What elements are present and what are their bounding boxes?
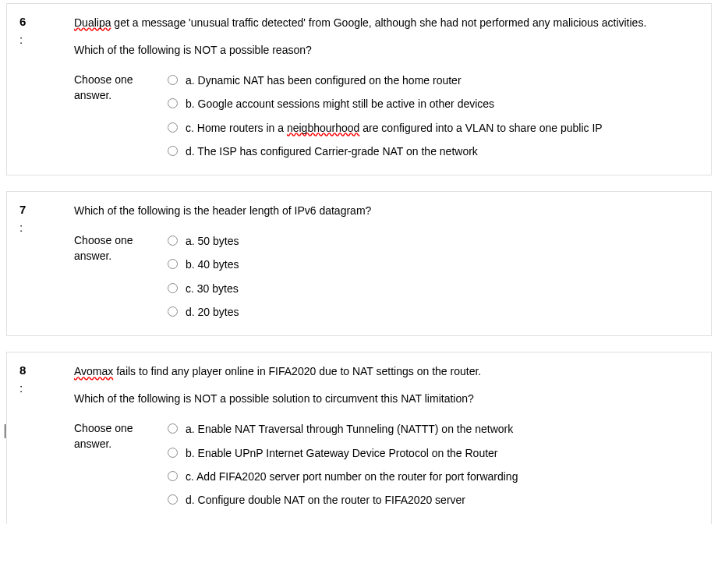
option-label: d. The ISP has configured Carrier-grade … — [186, 143, 695, 159]
option-row[interactable]: d. 20 bytes — [168, 304, 695, 320]
radio-icon[interactable] — [168, 75, 178, 85]
option-label: c. 30 bytes — [186, 281, 695, 296]
radio-icon[interactable] — [168, 146, 178, 156]
question-prompt: Which of the following is the header len… — [74, 203, 695, 219]
radio-icon[interactable] — [168, 98, 178, 108]
question-card: 7 : Which of the following is the header… — [6, 191, 712, 336]
qnum-colon: : — [19, 33, 74, 46]
qnum-value: 6 — [19, 15, 26, 28]
option-row[interactable]: d. The ISP has configured Carrier-grade … — [168, 143, 695, 159]
qnum-value: 7 — [19, 203, 26, 216]
question-number: 8 : — [19, 363, 74, 508]
answer-block: Choose one answer. a. Enable NAT Travers… — [74, 421, 695, 508]
choose-label: Choose one answer. — [74, 421, 168, 508]
options-list: a. Enable NAT Traversal through Tunnelin… — [168, 421, 695, 508]
options-list: a. 50 bytes b. 40 bytes c. 30 bytes d. 2… — [168, 233, 695, 320]
option-label: c. Home routers in a neigbhourhood are c… — [186, 120, 695, 136]
option-row[interactable]: b. 40 bytes — [168, 257, 695, 272]
option-label: b. 40 bytes — [186, 257, 695, 272]
choose-label: Choose one answer. — [74, 73, 168, 159]
option-label: b. Enable UPnP Internet Gateway Device P… — [186, 445, 695, 461]
choose-label: Choose one answer. — [74, 233, 168, 320]
option-label: c. Add FIFA2020 server port number on th… — [186, 469, 695, 484]
option-row[interactable]: d. Configure double NAT on the router to… — [168, 492, 695, 508]
option-label: b. Google account sessions might still b… — [186, 96, 695, 112]
question-body: Dualipa get a message 'unusual traffic d… — [74, 15, 695, 159]
question-body: Which of the following is the header len… — [74, 203, 695, 320]
option-row[interactable]: c. Add FIFA2020 server port number on th… — [168, 469, 695, 484]
text-cursor — [5, 424, 5, 438]
radio-icon[interactable] — [168, 236, 178, 246]
option-row[interactable]: c. 30 bytes — [168, 281, 695, 296]
answer-block: Choose one answer. a. Dynamic NAT has be… — [74, 73, 695, 159]
radio-icon[interactable] — [168, 423, 178, 434]
question-prompt: Dualipa get a message 'unusual traffic d… — [74, 15, 695, 31]
question-card: 8 : Avomax fails to find any player onli… — [6, 352, 712, 523]
option-label: a. Enable NAT Traversal through Tunnelin… — [186, 421, 695, 437]
radio-icon[interactable] — [168, 122, 178, 133]
question-number: 6 : — [19, 15, 74, 159]
option-row[interactable]: a. Dynamic NAT has been configured on th… — [168, 73, 695, 88]
question-follow: Which of the following is NOT a possible… — [74, 42, 695, 58]
question-card: 6 : Dualipa get a message 'unusual traff… — [6, 3, 712, 175]
radio-icon[interactable] — [168, 283, 178, 293]
answer-block: Choose one answer. a. 50 bytes b. 40 byt… — [74, 233, 695, 320]
option-label: d. Configure double NAT on the router to… — [186, 492, 695, 508]
radio-icon[interactable] — [168, 494, 178, 505]
question-prompt: Avomax fails to find any player online i… — [74, 363, 695, 380]
option-row[interactable]: b. Enable UPnP Internet Gateway Device P… — [168, 445, 695, 461]
qnum-value: 8 — [19, 363, 26, 377]
option-row[interactable]: a. Enable NAT Traversal through Tunnelin… — [168, 421, 695, 437]
options-list: a. Dynamic NAT has been configured on th… — [168, 73, 695, 159]
radio-icon[interactable] — [168, 448, 178, 458]
radio-icon[interactable] — [168, 259, 178, 269]
option-row[interactable]: b. Google account sessions might still b… — [168, 96, 695, 112]
option-label: a. Dynamic NAT has been configured on th… — [186, 73, 695, 88]
option-row[interactable]: a. 50 bytes — [168, 233, 695, 249]
qnum-colon: : — [19, 221, 74, 234]
question-number: 7 : — [19, 203, 74, 320]
option-label: d. 20 bytes — [186, 304, 695, 320]
qnum-colon: : — [19, 381, 74, 395]
radio-icon[interactable] — [168, 471, 178, 481]
option-label: a. 50 bytes — [186, 233, 695, 249]
radio-icon[interactable] — [168, 306, 178, 317]
question-follow: Which of the following is NOT a possible… — [74, 391, 695, 407]
question-body: Avomax fails to find any player online i… — [74, 363, 695, 508]
option-row[interactable]: c. Home routers in a neigbhourhood are c… — [168, 120, 695, 136]
